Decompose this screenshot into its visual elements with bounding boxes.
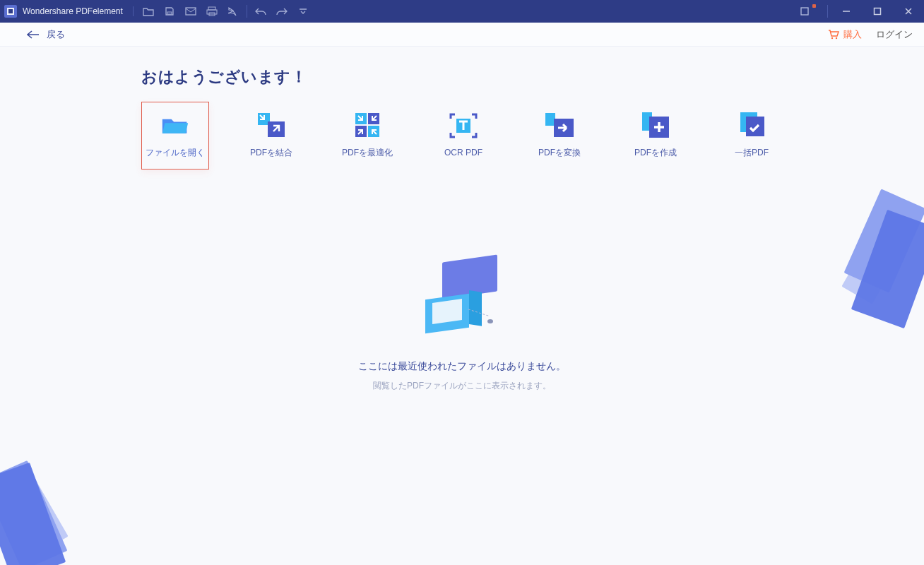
cart-icon: [828, 30, 839, 40]
share-icon[interactable]: [223, 0, 244, 23]
undo-icon[interactable]: [250, 0, 271, 23]
action-tiles: ファイルを開く PDFを結合 PDFを最適化: [141, 102, 786, 170]
tile-label: PDFを変換: [538, 147, 581, 159]
convert-icon: [545, 113, 574, 137]
tile-open-file[interactable]: ファイルを開く: [141, 102, 209, 170]
tile-label: PDFを最適化: [342, 147, 393, 159]
titlebar: Wondershare PDFelement: [0, 0, 924, 23]
login-label: ログイン: [876, 29, 913, 40]
close-button[interactable]: [893, 0, 924, 23]
tile-convert-pdf[interactable]: PDFを変換: [526, 102, 593, 170]
svg-rect-18: [545, 113, 555, 126]
login-button[interactable]: ログイン: [876, 28, 913, 41]
tile-label: 一括PDF: [735, 147, 769, 159]
folder-open-icon: [161, 113, 189, 137]
empty-state: ここには最近使われたファイルはありません。 閲覧したPDFファイルがここに表示さ…: [358, 251, 566, 392]
buy-button[interactable]: 購入: [828, 28, 862, 41]
main-area: おはようございます！ ファイルを開く PDFを結合: [0, 47, 924, 565]
svg-rect-8: [875, 8, 881, 15]
tile-create-pdf[interactable]: PDFを作成: [622, 102, 689, 170]
notification-icon[interactable]: [789, 0, 820, 23]
separator: [247, 5, 247, 18]
optimize-icon: [353, 113, 381, 137]
app-title: Wondershare PDFelement: [23, 6, 134, 16]
customize-qat-icon[interactable]: [292, 0, 314, 23]
separator: [827, 5, 828, 18]
minimize-button[interactable]: [831, 0, 862, 23]
open-file-icon[interactable]: [138, 0, 159, 23]
empty-illustration-icon: [413, 251, 511, 343]
maximize-button[interactable]: [862, 0, 893, 23]
quick-access-toolbar: [138, 0, 314, 23]
svg-rect-2: [167, 12, 172, 14]
app-logo-icon: [4, 5, 17, 18]
svg-point-9: [831, 37, 833, 38]
svg-rect-3: [186, 8, 196, 15]
svg-rect-23: [746, 117, 764, 136]
tile-merge-pdf[interactable]: PDFを結合: [237, 102, 305, 170]
tile-label: PDFを結合: [250, 147, 292, 159]
arrow-left-icon: [27, 30, 40, 39]
tile-optimize-pdf[interactable]: PDFを最適化: [333, 102, 401, 170]
tile-batch-pdf[interactable]: 一括PDF: [718, 102, 786, 170]
greeting-heading: おはようございます！: [141, 66, 307, 88]
svg-rect-5: [207, 10, 217, 14]
ocr-icon: [449, 114, 478, 138]
buy-label: 購入: [843, 28, 862, 41]
svg-rect-1: [8, 9, 13, 13]
tile-label: PDFを作成: [634, 147, 677, 159]
empty-title: ここには最近使われたファイルはありません。: [358, 360, 566, 373]
tile-label: OCR PDF: [444, 148, 482, 157]
decoration-icon: [825, 188, 924, 343]
decoration-icon: [0, 438, 106, 565]
empty-subtitle: 閲覧したPDFファイルがここに表示されます。: [373, 380, 551, 392]
batch-icon: [738, 113, 766, 137]
secondary-toolbar: 戻る 購入 ログイン: [0, 23, 924, 47]
svg-rect-7: [801, 8, 808, 15]
svg-rect-4: [208, 7, 215, 10]
svg-point-10: [836, 37, 837, 38]
redo-icon[interactable]: [271, 0, 292, 23]
merge-icon: [257, 113, 285, 137]
back-button[interactable]: 戻る: [27, 28, 65, 41]
mail-icon[interactable]: [180, 0, 201, 23]
save-icon[interactable]: [159, 0, 180, 23]
tile-label: ファイルを開く: [146, 147, 205, 159]
print-icon[interactable]: [201, 0, 223, 23]
back-label: 戻る: [47, 28, 65, 41]
tile-ocr-pdf[interactable]: OCR PDF: [430, 102, 497, 170]
create-icon: [641, 113, 670, 137]
